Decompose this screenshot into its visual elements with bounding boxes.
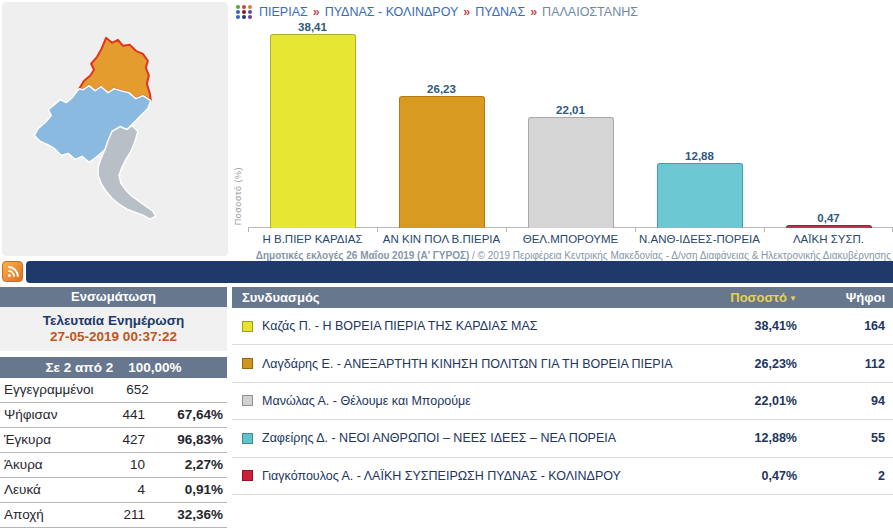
stats-row-percent: 0,91% <box>145 482 223 497</box>
party-result-row[interactable]: Μανώλας Α. - Θέλουμε και Μπορούμε 22,01%… <box>232 383 893 420</box>
bar <box>270 34 356 228</box>
party-votes: 112 <box>797 357 885 371</box>
bar-slot: 26,23 <box>377 83 506 228</box>
party-name: Λαγδάρης Ε. - ΑΝΕΞΑΡΤΗΤΗ ΚΙΝΗΣΗ ΠΟΛΙΤΩΝ … <box>262 357 687 371</box>
column-header-party: Συνδυασμός <box>242 290 687 305</box>
party-percent: 12,88% <box>687 431 797 445</box>
bar-slot: 22,01 <box>506 104 635 228</box>
party-votes: 94 <box>797 394 885 408</box>
stats-row: Λευκά 4 0,91% <box>0 478 227 503</box>
last-update-timestamp: 27-05-2019 00:37:22 <box>0 329 227 344</box>
bar-value-label: 38,41 <box>298 21 327 33</box>
axis-tick <box>764 228 765 232</box>
stats-panel: Ενσωμάτωση Τελευταία Ενημέρωση 27-05-201… <box>0 287 227 528</box>
reporting-progress: Σε 2 από 2 100,00% <box>0 357 227 378</box>
party-color-swatch <box>242 433 253 444</box>
party-color-swatch <box>242 358 253 369</box>
stats-row-label: Εγγεγραμμένοι <box>4 382 94 397</box>
breadcrumb-item[interactable]: ΠΑΛΑΙΟΣΤΑΝΗΣ <box>542 5 638 19</box>
column-header-votes: Ψήφοι <box>797 290 885 305</box>
chart-plot-area: 38,4126,2322,0112,880,47 <box>248 20 893 228</box>
column-header-percent-sort[interactable]: Ποσοστό▼ <box>687 290 797 305</box>
breadcrumb-item[interactable]: ΠΥΔΝΑΣ <box>475 5 525 19</box>
party-result-row[interactable]: Λαγδάρης Ε. - ΑΝΕΞΑΡΤΗΤΗ ΚΙΝΗΣΗ ΠΟΛΙΤΩΝ … <box>232 345 893 382</box>
bar <box>528 117 614 228</box>
stats-row: Έγκυρα 427 96,83% <box>0 428 227 453</box>
bar-slot: 0,47 <box>764 212 893 229</box>
results-table: Συνδυασμός Ποσοστό▼ Ψήφοι Καζάς Π. - Η Β… <box>232 287 893 495</box>
party-name: Καζάς Π. - Η ΒΟΡΕΙΑ ΠΙΕΡΙΑ ΤΗΣ ΚΑΡΔΙΑΣ Μ… <box>262 319 687 333</box>
bar-category-label: ΘΕΛ.ΜΠΟΡΟΥΜΕ <box>506 233 635 245</box>
stats-row-percent: 96,83% <box>145 432 223 447</box>
party-color-swatch <box>242 395 253 406</box>
copyright-text: / © 2019 Περιφέρεια Κεντρικής Μακεδονίας… <box>469 250 891 261</box>
party-percent: 38,41% <box>687 319 797 333</box>
bar <box>786 225 872 229</box>
breadcrumb-separator: » <box>313 5 320 19</box>
bar <box>399 96 485 228</box>
results-bar-chart: Ποσοστό (%) 38,4126,2322,0112,880,47 Η Β… <box>232 20 893 255</box>
dots-grid-icon <box>236 5 253 19</box>
axis-tick <box>377 228 378 232</box>
chart-y-axis-label: Ποσοστό (%) <box>233 167 243 225</box>
stats-row-label: Αποχή <box>4 507 87 522</box>
bar-category-label: Ν.ΑΝΘ-ΙΔΕΕΣ-ΠΟΡΕΙΑ <box>635 233 764 245</box>
bar-slot: 38,41 <box>248 21 377 228</box>
rss-glyph <box>6 265 20 279</box>
map-region-blue[interactable] <box>34 86 151 163</box>
last-update-label: Τελευταία Ενημέρωση <box>0 313 227 328</box>
party-result-row[interactable]: Γιαγκόπουλος Α. - ΛΑΪΚΗ ΣΥΣΠΕΙΡΩΣΗ ΠΥΔΝΑ… <box>232 458 893 495</box>
breadcrumb-separator: » <box>530 5 537 19</box>
stats-row: Άκυρα 10 2,27% <box>0 453 227 478</box>
bar-category-label: Η Β.ΠΙΕΡ ΚΑΡΔΙΑΣ <box>248 233 377 245</box>
axis-tick <box>635 228 636 232</box>
page: ΠΙΕΡΙΑΣ»ΠΥΔΝΑΣ - ΚΟΛΙΝΔΡΟΥ»ΠΥΔΝΑΣ»ΠΑΛΑΙΟ… <box>0 0 893 528</box>
stats-row-value: 10 <box>87 457 145 472</box>
chart-x-labels: Η Β.ΠΙΕΡ ΚΑΡΔΙΑΣΑΝ ΚΙΝ ΠΟΛ Β.ΠΙΕΡΙΑΘΕΛ.Μ… <box>248 233 893 245</box>
bar-value-label: 22,01 <box>556 104 585 116</box>
party-votes: 55 <box>797 431 885 445</box>
sort-desc-icon: ▼ <box>789 294 797 303</box>
stats-row-value: 4 <box>87 482 145 497</box>
bar-value-label: 26,23 <box>427 83 456 95</box>
bar-value-label: 0,47 <box>817 212 839 224</box>
column-header-percent-label: Ποσοστό <box>730 290 787 305</box>
party-percent: 26,23% <box>687 357 797 371</box>
stats-row-label: Ψήφισαν <box>4 407 87 422</box>
breadcrumb-separator: » <box>463 5 470 19</box>
stats-row-percent: 67,64% <box>145 407 223 422</box>
breadcrumb-item[interactable]: ΠΥΔΝΑΣ - ΚΟΛΙΝΔΡΟΥ <box>325 5 459 19</box>
stats-row-percent: 32,36% <box>145 507 223 522</box>
results-table-header: Συνδυασμός Ποσοστό▼ Ψήφοι <box>232 287 893 308</box>
breadcrumb: ΠΙΕΡΙΑΣ»ΠΥΔΝΑΣ - ΚΟΛΙΝΔΡΟΥ»ΠΥΔΝΑΣ»ΠΑΛΑΙΟ… <box>236 4 638 19</box>
stats-row-value: 652 <box>94 382 149 397</box>
footer-credit: Δημοτικές εκλογές 26 Μαΐου 2019 (Α' ΓΥΡΟ… <box>256 250 891 261</box>
map-svg <box>2 2 228 256</box>
stats-rows: Εγγεγραμμένοι 652 Ψήφισαν 441 67,64% Έγκ… <box>0 378 227 528</box>
last-update-box: Τελευταία Ενημέρωση 27-05-2019 00:37:22 <box>0 307 227 351</box>
axis-tick <box>506 228 507 232</box>
stats-row: Ψήφισαν 441 67,64% <box>0 403 227 428</box>
stats-panel-title: Ενσωμάτωση <box>0 287 227 307</box>
bar-slot: 12,88 <box>635 150 764 228</box>
party-votes: 164 <box>797 319 885 333</box>
bar-value-label: 12,88 <box>685 150 714 162</box>
stats-row-value: 427 <box>87 432 145 447</box>
party-percent: 22,01% <box>687 394 797 408</box>
party-name: Μανώλας Α. - Θέλουμε και Μπορούμε <box>262 394 687 408</box>
party-result-row[interactable]: Καζάς Π. - Η ΒΟΡΕΙΑ ΠΙΕΡΙΑ ΤΗΣ ΚΑΡΔΙΑΣ Μ… <box>232 308 893 345</box>
party-name: Γιαγκόπουλος Α. - ΛΑΪΚΗ ΣΥΣΠΕΙΡΩΣΗ ΠΥΔΝΑ… <box>262 469 687 483</box>
chart-bars: 38,4126,2322,0112,880,47 <box>248 20 893 228</box>
stats-row-label: Λευκά <box>4 482 87 497</box>
axis-tick <box>248 228 249 232</box>
breadcrumb-item[interactable]: ΠΙΕΡΙΑΣ <box>259 5 308 19</box>
stats-row-label: Άκυρα <box>4 457 87 472</box>
results-table-body: Καζάς Π. - Η ΒΟΡΕΙΑ ΠΙΕΡΙΑ ΤΗΣ ΚΑΡΔΙΑΣ Μ… <box>232 308 893 495</box>
divider-bar <box>26 261 893 283</box>
party-result-row[interactable]: Ζαφείρης Δ. - ΝΕΟΙ ΑΝΘΡΩΠΟΙ – ΝΕΕΣ ΙΔΕΕΣ… <box>232 420 893 457</box>
party-color-swatch <box>242 470 253 481</box>
party-name: Ζαφείρης Δ. - ΝΕΟΙ ΑΝΘΡΩΠΟΙ – ΝΕΕΣ ΙΔΕΕΣ… <box>262 431 687 445</box>
region-map <box>2 2 228 256</box>
rss-icon[interactable] <box>2 261 23 282</box>
stats-row-value: 211 <box>87 507 145 522</box>
